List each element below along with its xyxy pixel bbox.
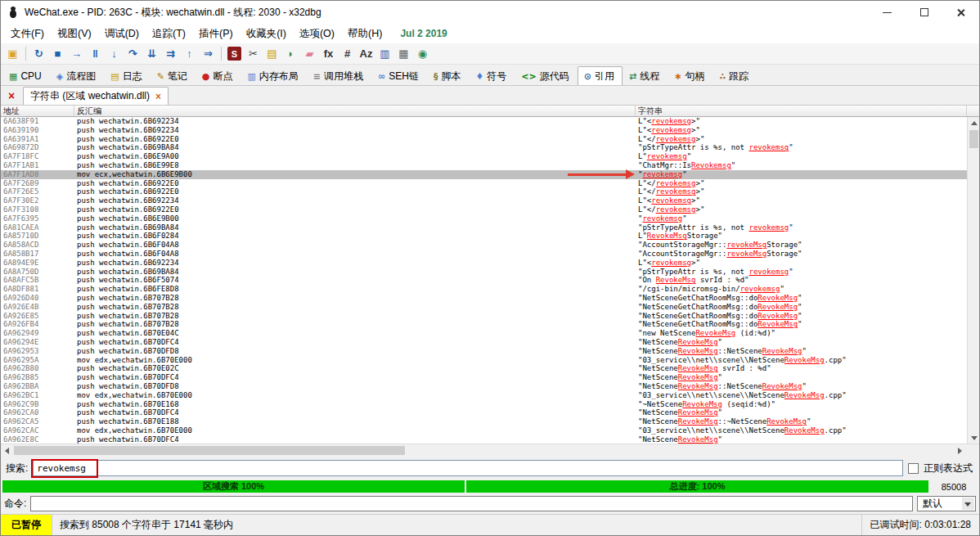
menu-options[interactable]: 选项(O): [293, 25, 341, 43]
scroll-left-button[interactable]: [1, 444, 13, 457]
tab-script[interactable]: §脚本: [427, 66, 470, 85]
pause-icon[interactable]: ‖: [87, 45, 104, 62]
fx-icon[interactable]: fx: [320, 45, 337, 62]
restart-icon[interactable]: ↻: [30, 45, 47, 62]
search-input[interactable]: [33, 460, 903, 476]
table-row[interactable]: 6A962B85push wechatwin.6B70DFC4"NetScene…: [1, 373, 979, 382]
table-row[interactable]: 6A858B17push wechatwin.6B6F04A8"AccountS…: [1, 250, 979, 259]
tab-symbols[interactable]: ♦符号: [469, 66, 515, 85]
execute-till-return-icon[interactable]: ↑: [181, 45, 198, 62]
table-row[interactable]: 6A7F26B9push wechatwin.6B6922E0L"</revok…: [1, 179, 979, 188]
table-row[interactable]: 6A962CACmov edx,wechatwin.6B70E000"03_se…: [1, 426, 979, 435]
eraser-icon[interactable]: ▰: [301, 45, 318, 62]
menu-plugins[interactable]: 插件(P): [192, 25, 240, 43]
horizontal-scroll-thumb[interactable]: [14, 446, 405, 455]
table-row[interactable]: 6A7F18FCpush wechatwin.6B6E9A00L"revokem…: [1, 152, 979, 161]
breakpoint-scissors-icon[interactable]: ✂: [245, 45, 262, 62]
table-row[interactable]: 6A926D40push wechatwin.6B707B28"NetScene…: [1, 294, 979, 303]
tab-threads[interactable]: ⇄线程: [623, 66, 668, 85]
run-icon[interactable]: →: [68, 45, 85, 62]
table-row[interactable]: 6A926E85push wechatwin.6B707B28"NetScene…: [1, 312, 979, 321]
table-row[interactable]: 6A962CA0push wechatwin.6B70DFC4"NetScene…: [1, 408, 979, 417]
command-profile-select[interactable]: 默认: [917, 496, 976, 511]
table-row[interactable]: 6A962E8Cpush wechatwin.6B70DFC4"NetScene…: [1, 435, 979, 444]
run-to-user-code-icon[interactable]: ⇒: [200, 45, 217, 62]
hash-icon[interactable]: #: [339, 45, 356, 62]
table-row[interactable]: 6A962BC1mov edx,wechatwin.6B70E000"03_se…: [1, 391, 979, 400]
table-row[interactable]: 6A638F91push wechatwin.6B692234L"<revoke…: [1, 117, 979, 126]
table-row[interactable]: 6A81CAEApush wechatwin.6B69BA84"pStrType…: [1, 223, 979, 232]
scroll-up-button[interactable]: [968, 117, 980, 128]
animate-over-icon[interactable]: ⇉: [162, 45, 179, 62]
table-row[interactable]: 6A7F26E5push wechatwin.6B6922E0L"</revok…: [1, 187, 979, 196]
menu-trace[interactable]: 追踪(T): [146, 25, 192, 43]
menu-view[interactable]: 视图(V): [51, 25, 98, 43]
script-icon[interactable]: S: [227, 47, 241, 61]
tab-breakpoints[interactable]: ●断点: [196, 66, 241, 85]
table-row[interactable]: 6A96294Epush wechatwin.6B70DFC4"NetScene…: [1, 338, 979, 347]
table-row[interactable]: 6A8A750Dpush wechatwin.6B69BA84"pStrType…: [1, 268, 979, 277]
table-row[interactable]: 6A8AFC5Bpush wechatwin.6B6F5074"On Revok…: [1, 276, 979, 285]
log-icon[interactable]: ▤: [263, 45, 281, 62]
table-row[interactable]: 6A962BBApush wechatwin.6B70DFD8"NetScene…: [1, 382, 979, 391]
command-input[interactable]: [30, 496, 913, 511]
maximize-button[interactable]: [906, 1, 942, 24]
step-into-icon[interactable]: ↓: [106, 45, 123, 62]
horizontal-scrollbar[interactable]: [1, 444, 979, 457]
text-az-icon[interactable]: Az: [357, 45, 375, 62]
regex-checkbox[interactable]: [908, 463, 919, 474]
column-header-address[interactable]: 地址: [1, 106, 74, 116]
animate-into-icon[interactable]: ⇊: [143, 45, 160, 62]
vertical-scrollbar[interactable]: [967, 117, 979, 444]
table-row[interactable]: 6A8DF881push wechatwin.6B6FE8D8"/cgi-bin…: [1, 285, 979, 294]
table-row[interactable]: 6A69872Dpush wechatwin.6B69BA84"pStrType…: [1, 143, 979, 152]
menu-help[interactable]: 帮助(H): [341, 25, 389, 43]
scroll-right-button[interactable]: [954, 444, 966, 457]
tab-seh-chain[interactable]: ∞SEH链: [371, 66, 427, 85]
table-row[interactable]: 6A7F1AD8mov ecx,wechatwin.6B6E9B00"revok…: [1, 170, 979, 179]
tab-handles[interactable]: ∗句柄: [668, 66, 713, 85]
table-row[interactable]: 6A85710Dpush wechatwin.6B6F0284L"RevokeM…: [1, 232, 979, 241]
table-row[interactable]: 6A962949push wechatwin.6B70E04C"new NetS…: [1, 329, 979, 338]
minimize-button[interactable]: [869, 1, 906, 24]
close-button[interactable]: [942, 1, 979, 24]
close-all-tabs-button[interactable]: ×: [3, 88, 20, 104]
tab-trace[interactable]: ∴跟踪: [713, 66, 757, 85]
tab-memory-map[interactable]: ▥内存布局: [241, 66, 306, 85]
tab-references[interactable]: ⊙引用: [578, 66, 623, 85]
table-row[interactable]: 6A7F1AB1push wechatwin.6B6E99E8"ChatMgr:…: [1, 161, 979, 170]
memory-map-icon[interactable]: ▥: [376, 45, 393, 62]
menu-debug[interactable]: 调试(D): [98, 25, 146, 43]
table-row[interactable]: 6A6391A1push wechatwin.6B6922E0L"</revok…: [1, 135, 979, 144]
table-row[interactable]: 6A639190push wechatwin.6B692234L"<revoke…: [1, 126, 979, 135]
table-row[interactable]: 6A962C9Bpush wechatwin.6B70E168"~NetScen…: [1, 400, 979, 409]
tab-log[interactable]: ▤日志: [104, 66, 150, 85]
stop-icon[interactable]: ■: [49, 45, 66, 62]
column-header-string[interactable]: 字符串: [636, 106, 967, 116]
table-row[interactable]: 6A926FB4push wechatwin.6B707B28"NetScene…: [1, 320, 979, 329]
tab-graph[interactable]: ◈流程图: [50, 66, 104, 85]
menu-favourites[interactable]: 收藏夹(I): [240, 25, 293, 43]
step-over-icon[interactable]: ↷: [124, 45, 142, 62]
table-row[interactable]: 6A7F30E2push wechatwin.6B692234L"<revoke…: [1, 196, 979, 205]
tab-cpu[interactable]: ▦CPU: [2, 66, 50, 85]
tab-notes[interactable]: ✎笔记: [151, 66, 196, 85]
calculator-icon[interactable]: ▦: [395, 45, 412, 62]
table-row[interactable]: 6A962CA5push wechatwin.6B70E188"NetScene…: [1, 417, 979, 426]
table-row[interactable]: 6A962B80push wechatwin.6B70E02C"NetScene…: [1, 364, 979, 373]
column-header-disassembly[interactable]: 反汇编: [74, 106, 636, 116]
open-file-icon[interactable]: ▣: [4, 45, 21, 62]
table-row[interactable]: 6A7F3108push wechatwin.6B6922E0L"</revok…: [1, 205, 979, 214]
table-row[interactable]: 6A962953push wechatwin.6B70DFD8"NetScene…: [1, 347, 979, 356]
tab-source[interactable]: <>源代码: [515, 66, 577, 85]
table-row[interactable]: 6A926E4Bpush wechatwin.6B707B28"NetScene…: [1, 303, 979, 312]
vertical-scroll-thumb[interactable]: [969, 130, 978, 148]
patches-icon[interactable]: ◗: [282, 45, 299, 62]
menu-file[interactable]: 文件(F): [4, 25, 51, 43]
table-row[interactable]: 6A96295Amov edx,wechatwin.6B70E000"03_se…: [1, 356, 979, 365]
strings-document-tab[interactable]: 字符串 (区域 wechatwin.dll) ×: [23, 87, 169, 105]
tab-close-icon[interactable]: ×: [155, 91, 161, 102]
tab-call-stack[interactable]: ≡调用堆栈: [307, 66, 371, 85]
table-row[interactable]: 6A894E9Epush wechatwin.6B692234L"<revoke…: [1, 259, 979, 268]
table-row[interactable]: 6A858ACDpush wechatwin.6B6F04A8"AccountS…: [1, 241, 979, 250]
